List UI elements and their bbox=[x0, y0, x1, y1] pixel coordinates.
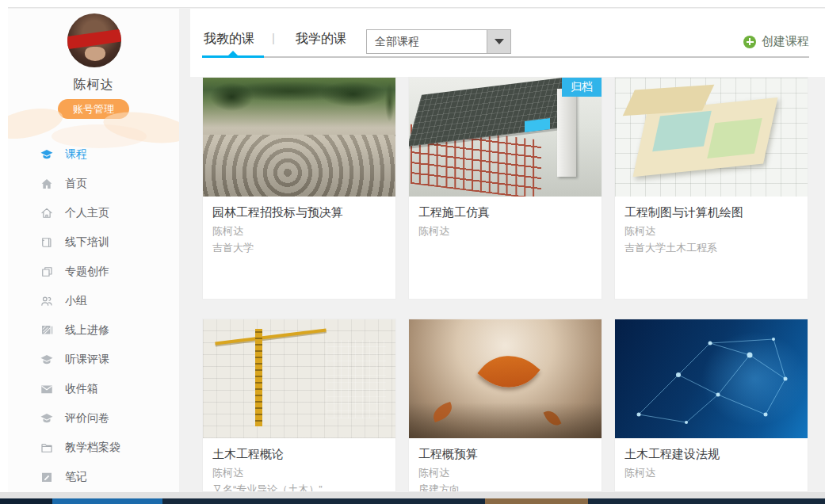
network-lines-graphic bbox=[615, 319, 808, 438]
sidebar-item-label: 教学档案袋 bbox=[65, 441, 120, 455]
top-divider bbox=[0, 0, 825, 8]
decor-shape bbox=[203, 135, 395, 197]
sidebar-item-online-study[interactable]: 线上进修 bbox=[8, 315, 179, 345]
header: 我教的课 | 我学的课 全部课程 创建课程 bbox=[190, 9, 825, 77]
decor-shape bbox=[327, 340, 386, 418]
decor-shape bbox=[707, 118, 762, 158]
create-course-button[interactable]: 创建课程 bbox=[743, 34, 809, 49]
course-card[interactable]: 工程概预算 陈柯达 房建方向 bbox=[408, 319, 602, 492]
sidebar-item-label: 专题创作 bbox=[65, 265, 109, 279]
decor-shape bbox=[653, 111, 712, 151]
create-course-label: 创建课程 bbox=[762, 34, 809, 49]
sidebar-item-label: 听课评课 bbox=[65, 353, 109, 367]
course-title[interactable]: 工程制图与计算机绘图 bbox=[624, 204, 798, 220]
decor-shape bbox=[557, 89, 576, 177]
tab-my-learning[interactable]: 我学的课 bbox=[296, 31, 346, 48]
course-title[interactable]: 工程施工仿真 bbox=[418, 204, 592, 220]
avatar[interactable] bbox=[67, 13, 121, 67]
sidebar-item-teaching-portfolio[interactable]: 教学档案袋 bbox=[8, 433, 179, 462]
decor-shape bbox=[485, 498, 588, 504]
course-card[interactable]: 园林工程招投标与预决算 陈柯达 吉首大学 bbox=[202, 77, 396, 300]
graduation-cap-icon bbox=[40, 411, 54, 426]
course-filter-select[interactable]: 全部课程 bbox=[366, 29, 511, 54]
user-name: 陈柯达 bbox=[8, 77, 179, 94]
tab-my-teaching[interactable]: 我教的课 bbox=[204, 31, 254, 48]
sidebar-item-label: 线下培训 bbox=[65, 235, 109, 250]
course-image-crane-blueprint[interactable] bbox=[203, 319, 395, 438]
decor-shape bbox=[203, 78, 395, 132]
note-icon bbox=[40, 470, 54, 484]
plus-icon bbox=[743, 36, 756, 48]
course-org: 又名“专业导论（土木）” bbox=[212, 481, 386, 492]
course-org: 吉首大学土木工程系 bbox=[624, 239, 798, 256]
decor-shape bbox=[52, 498, 162, 504]
tab-separator: | bbox=[272, 31, 275, 44]
sidebar-item-label: 课程 bbox=[65, 147, 87, 162]
course-org: 吉首大学 bbox=[212, 239, 386, 256]
home-outline-icon bbox=[40, 206, 54, 220]
graduation-cap-icon bbox=[40, 147, 54, 162]
sidebar-item-class-review[interactable]: 听课评课 bbox=[8, 345, 179, 374]
course-author: 陈柯达 bbox=[212, 223, 386, 239]
sidebar-item-label: 个人主页 bbox=[65, 206, 109, 220]
sidebar-item-label: 笔记 bbox=[65, 470, 87, 484]
book-icon bbox=[40, 235, 54, 250]
course-author: 陈柯达 bbox=[624, 464, 798, 481]
sidebar-menu: 课程 首页 个人主页 线下培训 专题创作 小组 线上进修 听课评课 bbox=[8, 139, 179, 491]
folder-icon bbox=[40, 441, 54, 455]
course-org bbox=[624, 481, 798, 489]
course-card[interactable]: 工程制图与计算机绘图 陈柯达 吉首大学土木工程系 bbox=[614, 77, 808, 300]
sidebar-item-label: 收件箱 bbox=[65, 382, 98, 396]
sidebar-item-label: 小组 bbox=[65, 294, 87, 308]
course-title[interactable]: 园林工程招投标与预决算 bbox=[212, 204, 386, 220]
graduation-cap-icon bbox=[40, 353, 54, 367]
course-title[interactable]: 土木工程建设法规 bbox=[624, 446, 798, 462]
course-author: 陈柯达 bbox=[212, 464, 386, 481]
sidebar-item-inbox[interactable]: 收件箱 bbox=[8, 374, 179, 403]
pen-hatch-icon bbox=[40, 323, 54, 338]
sidebar-item-survey[interactable]: 评价问卷 bbox=[8, 403, 179, 433]
sidebar-item-groups[interactable]: 小组 bbox=[8, 286, 179, 315]
decor-shape bbox=[255, 329, 263, 426]
decor-shape bbox=[0, 498, 52, 504]
course-author: 陈柯达 bbox=[624, 223, 798, 239]
dropdown-button[interactable] bbox=[487, 30, 510, 53]
sidebar-item-home[interactable]: 首页 bbox=[8, 169, 179, 198]
course-card[interactable]: 归档 工程施工仿真 陈柯达 bbox=[408, 77, 602, 300]
sidebar-item-profile[interactable]: 个人主页 bbox=[8, 198, 179, 227]
mail-icon bbox=[40, 382, 54, 396]
course-org: 房建方向 bbox=[418, 481, 592, 492]
course-title[interactable]: 土木工程概论 bbox=[212, 446, 386, 462]
course-card[interactable]: 土木工程概论 陈柯达 又名“专业导论（土木）” bbox=[202, 319, 396, 492]
group-icon bbox=[40, 294, 54, 308]
left-margin bbox=[0, 0, 8, 493]
course-grid: 园林工程招投标与预决算 陈柯达 吉首大学 归档 工程施工仿真 陈柯达 工程制图与… bbox=[190, 77, 825, 493]
course-image-blue-network[interactable] bbox=[615, 319, 808, 438]
archive-badge: 归档 bbox=[562, 78, 602, 97]
bottom-bar bbox=[0, 498, 825, 504]
sidebar-item-label: 首页 bbox=[65, 177, 87, 191]
sidebar-item-notes[interactable]: 笔记 bbox=[8, 462, 179, 491]
course-author: 陈柯达 bbox=[418, 464, 592, 481]
sidebar-item-label: 评价问卷 bbox=[65, 411, 109, 426]
course-image-autumn-leaf[interactable] bbox=[409, 319, 602, 438]
course-card[interactable]: 土木工程建设法规 陈柯达 bbox=[614, 319, 808, 492]
decor-shape bbox=[409, 78, 576, 147]
course-image-construction-model[interactable]: 归档 bbox=[409, 78, 602, 197]
course-title[interactable]: 工程概预算 bbox=[418, 446, 592, 462]
course-author: 陈柯达 bbox=[418, 223, 592, 239]
sidebar: 陈柯达 账号管理 课程 首页 个人主页 线下培训 专题创作 小组 bbox=[8, 9, 179, 493]
sidebar-item-offline-training[interactable]: 线下培训 bbox=[8, 227, 179, 257]
bottom-gray-strip bbox=[0, 492, 825, 498]
course-image-park-plaza[interactable] bbox=[203, 78, 395, 197]
tab-active-underline bbox=[202, 55, 264, 58]
decor-shape bbox=[478, 341, 540, 403]
tab-rule bbox=[202, 56, 809, 58]
copy-icon bbox=[40, 265, 54, 279]
sidebar-item-topic-creation[interactable]: 专题创作 bbox=[8, 257, 179, 286]
decor-shape bbox=[85, 47, 105, 61]
sidebar-item-courses[interactable]: 课程 bbox=[8, 139, 179, 169]
tab-active-notch bbox=[228, 51, 238, 55]
course-image-house-3d-plan[interactable] bbox=[615, 78, 808, 197]
course-org bbox=[418, 239, 592, 247]
